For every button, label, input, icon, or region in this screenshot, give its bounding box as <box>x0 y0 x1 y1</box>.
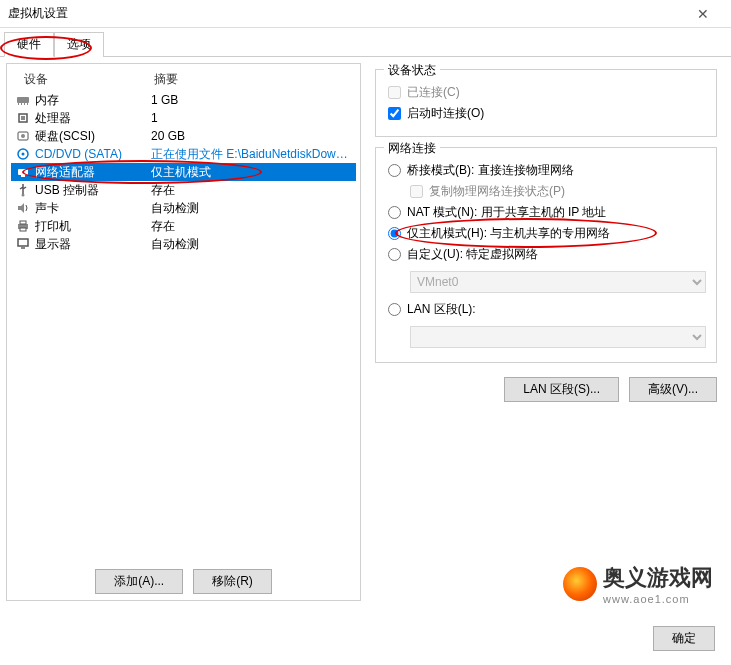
svg-rect-2 <box>21 103 22 105</box>
display-icon <box>15 236 31 252</box>
watermark-logo-icon <box>563 567 597 601</box>
svg-rect-12 <box>21 175 25 177</box>
svg-rect-15 <box>20 221 26 224</box>
printer-icon <box>15 218 31 234</box>
watermark: 奥义游戏网 www.aoe1.com <box>563 563 713 605</box>
settings-panel: 设备状态 已连接(C) 启动时连接(O) 网络连接 桥接模式(B): 直接连接物… <box>367 63 725 601</box>
connect-poweron-row[interactable]: 启动时连接(O) <box>388 105 706 122</box>
connect-poweron-label: 启动时连接(O) <box>407 105 484 122</box>
device-summary: 存在 <box>151 218 356 235</box>
device-name: 硬盘(SCSI) <box>35 128 151 145</box>
svg-rect-18 <box>21 247 25 249</box>
sound-icon <box>15 200 31 216</box>
svg-rect-4 <box>27 103 28 105</box>
nat-radio-row[interactable]: NAT 模式(N): 用于共享主机的 IP 地址 <box>388 204 706 221</box>
custom-radio-row[interactable]: 自定义(U): 特定虚拟网络 <box>388 246 706 263</box>
memory-icon <box>15 92 31 108</box>
close-icon[interactable]: ✕ <box>683 6 723 22</box>
device-summary: 1 GB <box>151 93 356 107</box>
connect-poweron-checkbox[interactable] <box>388 107 401 120</box>
lansegment-label: LAN 区段(L): <box>407 301 476 318</box>
lansegment-select <box>410 326 706 348</box>
svg-point-13 <box>22 194 25 197</box>
device-status-group: 设备状态 已连接(C) 启动时连接(O) <box>375 69 717 137</box>
advanced-button[interactable]: 高级(V)... <box>629 377 717 402</box>
watermark-text: 奥义游戏网 <box>603 565 713 590</box>
svg-rect-6 <box>21 116 25 120</box>
device-row[interactable]: CD/DVD (SATA)正在使用文件 E:\BaiduNetdiskDownl… <box>11 145 356 163</box>
svg-rect-16 <box>20 228 26 231</box>
device-row[interactable]: 显示器自动检测 <box>11 235 356 253</box>
device-row[interactable]: 内存1 GB <box>11 91 356 109</box>
device-row[interactable]: USB 控制器存在 <box>11 181 356 199</box>
hostonly-label: 仅主机模式(H): 与主机共享的专用网络 <box>407 225 610 242</box>
hostonly-radio-row[interactable]: 仅主机模式(H): 与主机共享的专用网络 <box>388 225 706 242</box>
header-device: 设备 <box>12 71 152 88</box>
device-name: 内存 <box>35 92 151 109</box>
watermark-sub: www.aoe1.com <box>603 593 713 605</box>
usb-icon <box>15 182 31 198</box>
device-summary: 正在使用文件 E:\BaiduNetdiskDownl... <box>151 146 356 163</box>
device-name: 处理器 <box>35 110 151 127</box>
remove-button[interactable]: 移除(R) <box>193 569 272 594</box>
lan-segments-button[interactable]: LAN 区段(S)... <box>504 377 619 402</box>
connected-checkbox <box>388 86 401 99</box>
add-button[interactable]: 添加(A)... <box>95 569 183 594</box>
svg-rect-17 <box>18 239 28 246</box>
header-summary: 摘要 <box>152 71 355 88</box>
connected-label: 已连接(C) <box>407 84 460 101</box>
svg-point-10 <box>22 153 25 156</box>
replicate-label: 复制物理网络连接状态(P) <box>429 183 565 200</box>
window-title: 虚拟机设置 <box>8 5 683 22</box>
hostonly-radio[interactable] <box>388 227 401 240</box>
nic-icon <box>15 164 31 180</box>
device-row[interactable]: 网络适配器仅主机模式 <box>11 163 356 181</box>
device-row[interactable]: 硬盘(SCSI)20 GB <box>11 127 356 145</box>
device-summary: 仅主机模式 <box>151 164 356 181</box>
device-name: CD/DVD (SATA) <box>35 147 151 161</box>
replicate-row: 复制物理网络连接状态(P) <box>410 183 706 200</box>
device-name: 显示器 <box>35 236 151 253</box>
replicate-checkbox <box>410 185 423 198</box>
device-row[interactable]: 打印机存在 <box>11 217 356 235</box>
svg-point-8 <box>21 134 25 138</box>
tab-hardware[interactable]: 硬件 <box>4 32 54 57</box>
device-name: 声卡 <box>35 200 151 217</box>
lansegment-radio[interactable] <box>388 303 401 316</box>
device-list[interactable]: 内存1 GB处理器1硬盘(SCSI)20 GBCD/DVD (SATA)正在使用… <box>11 91 356 563</box>
tab-options[interactable]: 选项 <box>54 32 104 57</box>
bridged-label: 桥接模式(B): 直接连接物理网络 <box>407 162 574 179</box>
tab-bar: 硬件 选项 <box>0 28 731 57</box>
device-name: 打印机 <box>35 218 151 235</box>
vmnet-select: VMnet0 <box>410 271 706 293</box>
device-name: 网络适配器 <box>35 164 151 181</box>
device-summary: 20 GB <box>151 129 356 143</box>
nat-label: NAT 模式(N): 用于共享主机的 IP 地址 <box>407 204 606 221</box>
device-list-header: 设备 摘要 <box>11 68 356 91</box>
custom-radio[interactable] <box>388 248 401 261</box>
device-summary: 1 <box>151 111 356 125</box>
device-summary: 自动检测 <box>151 236 356 253</box>
connected-checkbox-row: 已连接(C) <box>388 84 706 101</box>
bridged-radio-row[interactable]: 桥接模式(B): 直接连接物理网络 <box>388 162 706 179</box>
svg-rect-3 <box>24 103 25 105</box>
device-row[interactable]: 处理器1 <box>11 109 356 127</box>
svg-rect-1 <box>18 103 19 105</box>
cpu-icon <box>15 110 31 126</box>
lansegment-radio-row[interactable]: LAN 区段(L): <box>388 301 706 318</box>
device-panel: 设备 摘要 内存1 GB处理器1硬盘(SCSI)20 GBCD/DVD (SAT… <box>6 63 361 601</box>
device-status-title: 设备状态 <box>384 62 440 79</box>
device-summary: 自动检测 <box>151 200 356 217</box>
nat-radio[interactable] <box>388 206 401 219</box>
svg-rect-0 <box>17 97 29 103</box>
disk-icon <box>15 128 31 144</box>
bridged-radio[interactable] <box>388 164 401 177</box>
custom-label: 自定义(U): 特定虚拟网络 <box>407 246 538 263</box>
cd-icon <box>15 146 31 162</box>
device-name: USB 控制器 <box>35 182 151 199</box>
device-row[interactable]: 声卡自动检测 <box>11 199 356 217</box>
ok-button[interactable]: 确定 <box>653 626 715 651</box>
svg-rect-11 <box>18 169 28 175</box>
network-connection-title: 网络连接 <box>384 140 440 157</box>
network-connection-group: 网络连接 桥接模式(B): 直接连接物理网络 复制物理网络连接状态(P) NAT… <box>375 147 717 363</box>
